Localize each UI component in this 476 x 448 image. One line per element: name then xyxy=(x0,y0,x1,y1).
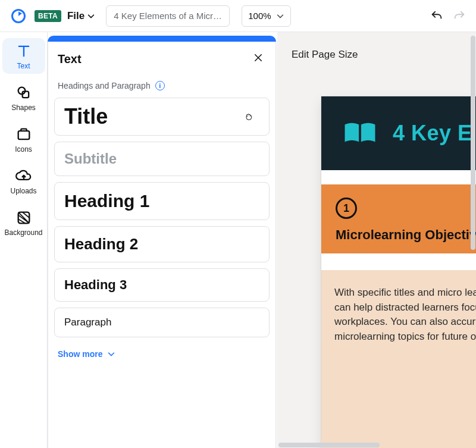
document-title-input-wrap xyxy=(106,5,230,27)
text-style-heading-2[interactable]: Heading 2 xyxy=(54,226,270,262)
section-label-text: Headings and Paragraph xyxy=(58,81,151,90)
horizontal-scrollbar[interactable] xyxy=(277,442,470,448)
svg-rect-5 xyxy=(359,124,361,143)
section-title: Microlearning Objectives (MLO) xyxy=(336,227,476,243)
text-style-heading-3[interactable]: Heading 3 xyxy=(54,268,270,302)
book-icon xyxy=(342,121,378,145)
panel-title: Text xyxy=(58,52,82,66)
zoom-selector[interactable]: 100% xyxy=(242,5,290,27)
option-label: Heading 3 xyxy=(64,277,127,292)
canvas-area[interactable]: Edit Page Size 4 Key E 1 Microlearning O… xyxy=(277,32,476,448)
sidebar-item-label: Uploads xyxy=(10,187,36,195)
option-label: Heading 1 xyxy=(64,191,149,211)
beta-badge: BETA xyxy=(35,10,61,22)
section-header[interactable]: 1 Microlearning Objectives (MLO) xyxy=(321,184,476,253)
uploads-icon xyxy=(15,168,32,184)
chevron-down-icon xyxy=(87,12,95,20)
sidebar-item-icons[interactable]: Icons xyxy=(2,121,45,157)
text-panel: Text Headings and Paragraph i Title Subt… xyxy=(48,32,277,448)
close-panel-button[interactable] xyxy=(250,50,266,68)
panel-accent-bar xyxy=(48,36,276,42)
close-icon xyxy=(253,52,264,63)
vertical-scrollbar[interactable] xyxy=(470,32,476,448)
background-icon xyxy=(15,209,32,226)
sidebar-item-label: Background xyxy=(4,228,42,237)
option-label: Subtitle xyxy=(64,151,117,167)
text-style-subtitle[interactable]: Subtitle xyxy=(54,142,270,176)
hero-title: 4 Key E xyxy=(393,121,472,146)
text-icon xyxy=(15,43,32,59)
scrollbar-thumb[interactable] xyxy=(278,443,380,447)
text-style-heading-1[interactable]: Heading 1 xyxy=(54,182,270,220)
hero-section[interactable]: 4 Key E xyxy=(321,96,476,170)
sidebar-item-text[interactable]: Text xyxy=(2,38,45,74)
sidebar-item-label: Text xyxy=(17,62,30,70)
info-icon[interactable]: i xyxy=(155,81,165,90)
sidebar-item-shapes[interactable]: Shapes xyxy=(2,80,45,115)
grab-cursor-icon xyxy=(244,111,253,122)
sidebar-item-uploads[interactable]: Uploads xyxy=(2,163,45,199)
shapes-icon xyxy=(15,84,32,101)
text-style-paragraph[interactable]: Paragraph xyxy=(54,308,270,337)
document-title-input[interactable] xyxy=(106,5,230,27)
file-menu-label: File xyxy=(67,10,84,22)
edit-page-size[interactable]: Edit Page Size xyxy=(292,49,358,61)
file-menu[interactable]: File xyxy=(67,10,95,22)
sidebar-item-background[interactable]: Background xyxy=(2,205,45,240)
show-more-label: Show more xyxy=(58,349,102,359)
undo-button[interactable] xyxy=(428,8,445,24)
chevron-down-icon xyxy=(276,12,284,20)
section-body[interactable]: With specific titles and micro learning … xyxy=(321,270,476,448)
icons-icon xyxy=(15,126,32,143)
sidebar-item-label: Shapes xyxy=(11,104,36,112)
option-label: Heading 2 xyxy=(64,235,138,253)
text-style-title[interactable]: Title xyxy=(54,98,270,136)
document-page[interactable]: 4 Key E 1 Microlearning Objectives (MLO)… xyxy=(321,96,476,448)
sidebar-item-label: Icons xyxy=(15,145,32,153)
left-sidebar: Text Shapes Icons Uploads Background xyxy=(0,32,48,448)
scrollbar-thumb[interactable] xyxy=(471,36,475,250)
section-number: 1 xyxy=(336,198,357,219)
option-label: Paragraph xyxy=(64,317,111,328)
text-section-label: Headings and Paragraph i xyxy=(48,75,275,94)
show-more-link[interactable]: Show more xyxy=(48,337,125,359)
svg-rect-3 xyxy=(18,131,29,139)
redo-button[interactable] xyxy=(451,8,468,24)
zoom-value: 100% xyxy=(248,11,271,21)
option-label: Title xyxy=(64,104,108,129)
section-body-text: With specific titles and micro learning … xyxy=(334,287,476,342)
chevron-down-icon xyxy=(107,350,115,358)
app-logo xyxy=(8,6,29,26)
topbar: BETA File 100% xyxy=(0,0,476,32)
